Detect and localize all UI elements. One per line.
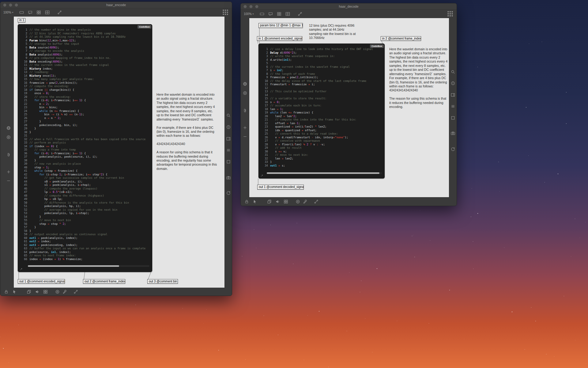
boxes-icon[interactable]	[277, 12, 281, 16]
patch-cord-icon[interactable]	[57, 10, 62, 15]
refresh-icon[interactable]	[451, 147, 455, 151]
panel-grid-icon[interactable]	[285, 12, 290, 16]
minimize-button[interactable]	[9, 3, 12, 7]
search-icon[interactable]	[451, 70, 455, 74]
attach-icon[interactable]	[243, 108, 247, 113]
line-number: 18	[21, 88, 27, 92]
pointer-icon[interactable]	[253, 199, 257, 204]
panel-grid-icon[interactable]	[45, 10, 50, 15]
line-number: 58	[21, 229, 27, 233]
titlebar-encode[interactable]: haar_encode	[0, 2, 232, 8]
code-text: // a variable to store the result:	[270, 97, 326, 101]
fullscreen-button[interactable]	[255, 5, 258, 8]
circle-icon[interactable]	[55, 289, 60, 294]
audio-icon[interactable]	[275, 199, 280, 204]
chevron-down-icon: ▾	[253, 13, 254, 15]
line-number: 2	[262, 51, 268, 55]
comment-icon[interactable]	[268, 12, 273, 16]
inlet-object-in2[interactable]: in 2 @comment frame_index	[381, 36, 421, 41]
titlebar-decode[interactable]: haar_decode	[241, 3, 457, 10]
code-text: poke(source, in1, index);	[29, 251, 71, 254]
inlet-object-in1[interactable]: in 1 @comment encoded_signal	[257, 36, 302, 41]
patch-cord-icon[interactable]	[298, 12, 302, 16]
star	[473, 269, 473, 269]
code-text: if (index == 0) {	[29, 145, 58, 148]
code-text: // move to next bin:	[270, 153, 308, 157]
tools-icon[interactable]	[303, 199, 307, 204]
star	[218, 350, 219, 351]
fullscreen-button[interactable]	[15, 3, 18, 7]
zoom-dropdown[interactable]: 100%▾	[3, 11, 13, 14]
inlet-object-in1[interactable]: in 1	[18, 18, 25, 22]
comment-decode[interactable]: Here the wavelet domain is encoded into …	[389, 47, 448, 109]
zoom-dropdown[interactable]: 100%▾	[244, 12, 254, 16]
reference-icon[interactable]	[226, 148, 231, 152]
code-text: // convert this to a delay read index:	[270, 132, 338, 136]
outlet-object-out2[interactable]: out 2 @comment frame_index	[83, 279, 125, 284]
object-box-icon[interactable]	[19, 10, 24, 15]
outlet-object-out1[interactable]: out 1 @comment encoded_signal	[18, 279, 65, 284]
snapshot-icon[interactable]	[451, 131, 455, 136]
layers-icon[interactable]	[27, 289, 31, 294]
patcher-canvas-encode[interactable]: in 1 CodeBox 1// the number of bins in t…	[13, 16, 225, 288]
code-text: offset = len-1;	[270, 122, 300, 125]
lock-icon[interactable]	[4, 289, 9, 294]
inspector-icon[interactable]	[226, 136, 231, 141]
outlet-object-out1[interactable]: out 1 @comment decoded_signal	[257, 185, 304, 190]
minimize-button[interactable]	[249, 5, 253, 8]
snapshot-icon[interactable]	[226, 175, 231, 180]
code-text: History index;	[29, 67, 53, 71]
comment-encode[interactable]: Here the wavelet domain is encoded into …	[156, 93, 217, 171]
lock-icon[interactable]	[244, 199, 249, 204]
codebox-encode[interactable]: CodeBox 1// the number of bins in the an…	[18, 24, 152, 272]
grid-icon[interactable]	[447, 10, 454, 17]
inspector-icon[interactable]	[451, 93, 455, 97]
layers-icon[interactable]	[267, 199, 272, 204]
reference-icon[interactable]	[451, 104, 455, 109]
object-box-icon[interactable]	[260, 12, 264, 16]
circle-icon[interactable]	[296, 199, 300, 204]
zoom-out-icon[interactable]	[243, 134, 247, 139]
zoom-in-icon[interactable]	[6, 170, 11, 174]
codebox-label: CodeBox	[370, 44, 384, 48]
grid-toggle-icon[interactable]	[284, 199, 288, 204]
browser-icon[interactable]	[6, 126, 11, 130]
codebox-hscroll-track[interactable]	[267, 172, 382, 174]
codebox-hscroll-thumb[interactable]	[267, 172, 379, 174]
target-icon[interactable]	[243, 91, 247, 95]
console-icon[interactable]	[451, 116, 455, 120]
audio-icon[interactable]	[35, 289, 40, 294]
cords-icon[interactable]	[74, 289, 78, 294]
comment-param[interactable]: 12 bins (plus DC) requires 4096 samples;…	[309, 24, 370, 40]
close-button[interactable]	[3, 3, 6, 7]
cords-icon[interactable]	[314, 199, 318, 204]
patcher-canvas-decode[interactable]: param bins 12 @min 1 @max 12 12 bins (pl…	[249, 18, 449, 197]
attach-icon[interactable]	[6, 152, 11, 157]
info-icon[interactable]	[226, 125, 231, 129]
boxes-icon[interactable]	[36, 10, 41, 15]
comment-icon[interactable]	[28, 10, 32, 15]
browser-icon[interactable]	[243, 82, 247, 86]
grid-icon[interactable]	[222, 9, 229, 16]
codebox-edit-icon[interactable]	[20, 267, 23, 271]
tools-icon[interactable]	[62, 289, 67, 294]
codebox-hscroll-thumb[interactable]	[28, 265, 119, 267]
outlet-object-out3[interactable]: out 3 @comment bin	[147, 279, 178, 284]
pointer-icon[interactable]	[12, 289, 17, 294]
search-icon[interactable]	[226, 113, 231, 118]
zoom-out-icon[interactable]	[6, 178, 11, 183]
target-icon[interactable]	[6, 135, 11, 140]
chevron-down-icon: ▾	[12, 11, 13, 14]
close-button[interactable]	[243, 5, 247, 8]
console-icon[interactable]	[226, 159, 231, 164]
codebox-hscroll-track[interactable]	[28, 265, 149, 267]
info-icon[interactable]	[451, 81, 455, 86]
line-number: 15	[262, 97, 268, 101]
refresh-icon[interactable]	[226, 191, 231, 195]
param-object[interactable]: param bins 12 @min 1 @max 12	[258, 23, 303, 28]
code-text: // the delay since of the start of the l…	[270, 79, 366, 83]
grid-toggle-icon[interactable]	[43, 289, 48, 294]
codebox-decode[interactable]: CodeBox 1// use a delay line to look int…	[258, 44, 385, 178]
zoom-in-icon[interactable]	[243, 125, 247, 130]
codebox-edit-icon[interactable]	[260, 174, 264, 177]
